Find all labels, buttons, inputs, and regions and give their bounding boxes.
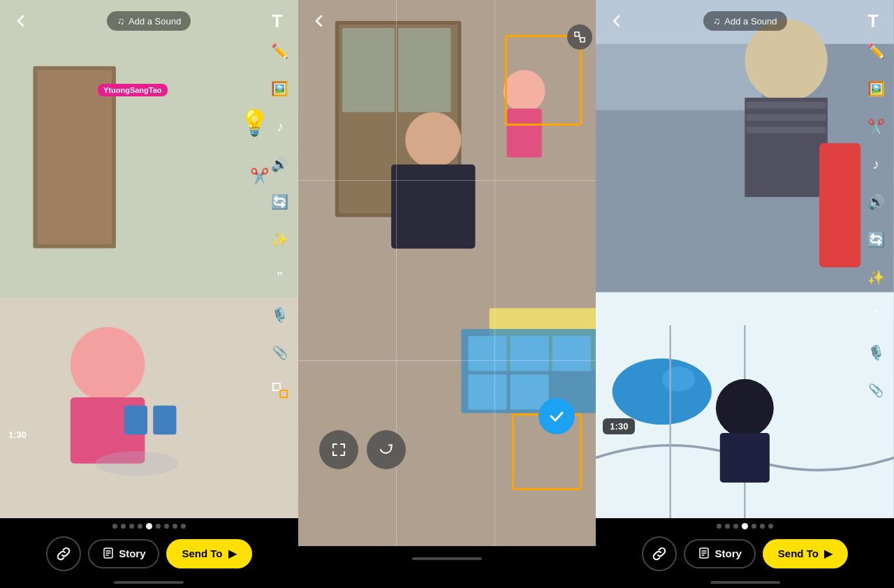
svg-rect-45 [819,143,860,267]
send-label-left: Send To [182,547,222,559]
crop-selection-top[interactable] [505,35,582,126]
grid-line-v2 [494,0,495,546]
story-label-right: Story [715,547,741,559]
story-button-left[interactable]: Story [88,539,159,568]
middle-bottom [298,546,596,588]
svg-rect-0 [0,290,298,518]
timer-tool-right[interactable]: 🔄 [863,227,888,252]
svg-rect-44 [720,433,770,483]
video-area-middle [298,0,596,546]
grid-line-h2 [298,360,596,361]
video-area-left: 💡 YtuongSangTao ✂️ ♫ Add a Sound T ✏️ 🖼️… [0,0,298,518]
story-button-right[interactable]: Story [684,539,755,568]
dot-r6 [760,524,765,529]
sticker-tool[interactable]: 🖼️ [268,76,293,101]
svg-rect-7 [153,406,176,434]
dot-r7 [768,524,773,529]
expand-button[interactable] [319,430,358,469]
add-sound-button-right[interactable]: ♫ Add a Sound [703,11,787,31]
top-bar-left: ♫ Add a Sound T [0,0,298,42]
action-row-right: Story Send To ▶ [604,536,886,571]
volume-tool-right[interactable]: 🔊 [863,189,888,214]
lightbulb-sticker: 💡 [239,108,270,138]
add-sound-button-left[interactable]: ♫ Add a Sound [107,11,191,31]
draw-tool[interactable]: ✏️ [268,38,293,64]
music-note-icon: ♫ [117,15,124,27]
volume-tool[interactable]: 🔊 [268,152,293,177]
phone-panel-left: 💡 YtuongSangTao ✂️ ♫ Add a Sound T ✏️ 🖼️… [0,0,298,588]
bottom-indicator-middle [412,557,482,560]
dot-1 [112,524,117,529]
right-toolbar-right: ✏️ 🖼️ ✂️ ♪ 🔊 🔄 ✨ " 🎙️ 📎 [863,38,888,403]
scissors-tool[interactable]: ✂️ [863,114,888,139]
link-tool-right-r[interactable]: 📎 [863,378,888,403]
dot-r4-active [742,523,748,529]
dot-3 [129,524,134,529]
top-bar-right: ♫ Add a Sound T [596,0,894,42]
top-bar-middle [298,0,596,42]
music-tool-right[interactable]: ♪ [863,152,888,177]
time-left: 1:30 [8,429,27,440]
confirm-button[interactable] [538,398,575,434]
send-arrow-left: ▶ [228,547,237,560]
dot-r3 [733,524,738,529]
quote-tool-right[interactable]: " [863,302,888,328]
right-toolbar-left: ✏️ 🖼️ ♪ 🔊 🔄 ✨ " 🎙️ 📎 [268,38,293,403]
sticker-tool-right[interactable]: 🖼️ [863,76,888,101]
link-button-right[interactable] [642,536,677,571]
svg-point-43 [716,379,774,437]
svg-point-8 [95,451,178,476]
back-button-middle[interactable] [307,8,332,34]
svg-rect-23 [468,336,506,371]
timeline-dots-right [717,523,773,529]
dot-4 [138,524,142,529]
music-tool[interactable]: ♪ [268,114,293,139]
quote-tool[interactable]: " [268,265,293,290]
link-button-left[interactable] [46,536,81,571]
svg-rect-6 [124,406,147,434]
mic-tool-right[interactable]: 🎙️ [863,340,888,365]
middle-bottom-indicator [298,546,596,560]
back-button-right[interactable] [604,8,629,34]
link-tool-right[interactable]: 📎 [268,340,293,365]
sticker-overlay: YtuongSangTao [98,84,168,96]
svg-rect-26 [468,374,506,409]
svg-rect-3 [37,71,112,244]
mic-tool[interactable]: 🎙️ [268,302,293,328]
rotate-button[interactable] [367,430,406,469]
scissors-sticker: ✂️ [250,168,269,186]
text-tool-left[interactable]: T [265,8,290,34]
crop-tool-container [268,378,293,403]
svg-point-41 [613,358,712,425]
send-label-right: Send To [778,547,819,559]
music-note-icon-right: ♫ [713,15,721,27]
dot-8 [173,524,177,529]
draw-tool-right[interactable]: ✏️ [863,38,888,64]
bottom-bar-left: Story Send To ▶ [0,518,298,588]
svg-rect-36 [745,98,828,197]
dot-r2 [725,524,730,529]
svg-point-17 [405,112,461,168]
time-display-right: 1:30 [610,421,628,432]
svg-rect-25 [552,336,590,371]
svg-point-42 [662,367,695,392]
svg-rect-24 [510,336,548,371]
text-tool-right[interactable]: T [860,8,886,34]
svg-rect-10 [280,390,287,397]
svg-rect-18 [391,165,475,249]
magic-tool-right[interactable]: ✨ [863,265,888,290]
send-button-right[interactable]: Send To ▶ [763,539,848,568]
svg-rect-9 [273,383,280,390]
back-button-left[interactable] [8,8,34,34]
add-sound-label-left: Add a Sound [129,16,181,27]
bottom-indicator-left [114,581,184,584]
sticker-text: YtuongSangTao [98,84,168,96]
magic-tool[interactable]: ✨ [268,227,293,252]
crop-tool[interactable] [268,378,293,403]
send-button-left[interactable]: Send To ▶ [166,539,251,568]
svg-point-4 [71,327,145,402]
dot-7 [164,524,169,529]
timer-tool[interactable]: 🔄 [268,189,293,214]
dot-5-active [146,523,152,529]
phone-panel-middle [298,0,596,588]
